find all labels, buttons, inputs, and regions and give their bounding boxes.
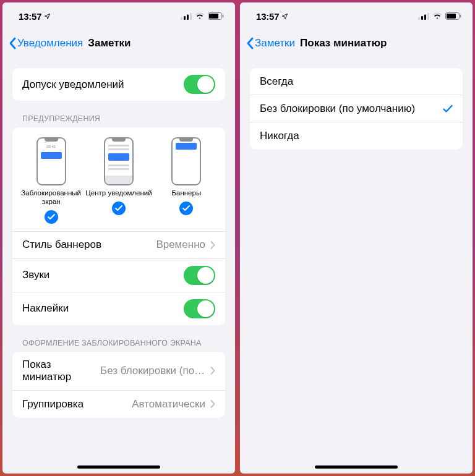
check-icon	[48, 214, 55, 220]
option-unlocked[interactable]: Без блокировки (по умолчанию)	[250, 95, 463, 122]
badges-label: Наклейки	[22, 302, 184, 315]
banners-illustration	[171, 137, 201, 185]
battery-icon	[445, 12, 461, 20]
allow-notifications-row[interactable]: Допуск уведомлений	[12, 68, 225, 101]
sounds-label: Звуки	[22, 269, 184, 281]
notification-center-illustration	[104, 137, 134, 185]
option-always-label: Всегда	[260, 75, 453, 88]
home-indicator[interactable]	[315, 465, 398, 469]
lock-card: Показ миниатюр Без блокировки (по ум… Гр…	[12, 352, 225, 418]
option-unlocked-label: Без блокировки (по умолчанию)	[260, 103, 443, 115]
status-bar: 13:57	[240, 2, 473, 30]
banner-style-row[interactable]: Стиль баннеров Временно	[12, 232, 225, 259]
back-button[interactable]: Уведомления	[9, 37, 83, 49]
badges-row[interactable]: Наклейки	[12, 292, 225, 325]
banner-style-label: Стиль баннеров	[22, 239, 156, 251]
back-button[interactable]: Заметки	[246, 37, 295, 49]
lock-screen-illustration: 09:41	[36, 137, 66, 185]
svg-rect-6	[223, 15, 224, 18]
alerts-row: 09:41 Заблокированный экран	[12, 127, 225, 232]
chevron-right-icon	[210, 367, 215, 375]
signal-icon	[418, 13, 429, 20]
chevron-right-icon	[210, 400, 215, 408]
show-previews-row[interactable]: Показ миниатюр Без блокировки (по ум…	[12, 352, 225, 391]
show-previews-label: Показ миниатюр	[22, 359, 100, 383]
svg-rect-10	[427, 13, 429, 20]
svg-rect-2	[187, 14, 189, 20]
option-always[interactable]: Всегда	[250, 68, 463, 95]
battery-icon	[208, 12, 224, 20]
grouping-value: Автоматически	[132, 398, 205, 410]
grouping-label: Группировка	[22, 398, 132, 410]
location-icon	[281, 13, 288, 20]
time-text: 13:57	[19, 11, 41, 22]
svg-rect-13	[460, 15, 461, 18]
chevron-right-icon	[210, 241, 215, 249]
option-never[interactable]: Никогда	[250, 122, 463, 150]
grouping-row[interactable]: Группировка Автоматически	[12, 391, 225, 418]
check-icon	[115, 205, 122, 211]
alert-center-option[interactable]: Центр уведомлений	[85, 137, 152, 224]
allow-toggle[interactable]	[184, 75, 215, 94]
alert-center-caption: Центр уведомлений	[85, 189, 152, 198]
options-card: Всегда Без блокировки (по умолчанию) Ник…	[250, 68, 463, 150]
phone-right: 13:57 Заметки Показ миниатюр Всегда Без …	[240, 2, 473, 474]
page-title: Показ миниатюр	[300, 37, 387, 49]
alert-lock-caption: Заблокированный экран	[18, 189, 85, 206]
content-right: Всегда Без блокировки (по умолчанию) Ник…	[240, 57, 473, 474]
location-icon	[44, 13, 51, 20]
back-label: Уведомления	[17, 37, 83, 49]
alert-lock-check	[45, 210, 58, 224]
content-left: Допуск уведомлений ПРЕДУПРЕЖДЕНИЯ 09:41 …	[2, 57, 235, 474]
show-previews-value: Без блокировки (по ум…	[100, 365, 205, 377]
chevron-left-icon	[9, 37, 16, 49]
allow-label: Допуск уведомлений	[22, 79, 184, 91]
check-icon	[182, 205, 190, 211]
alert-banners-caption: Баннеры	[171, 189, 201, 198]
status-time: 13:57	[256, 11, 288, 22]
svg-rect-12	[447, 14, 456, 19]
svg-rect-8	[421, 16, 423, 20]
alert-banners-option[interactable]: Баннеры	[153, 137, 220, 224]
wifi-icon	[195, 12, 205, 20]
svg-rect-7	[418, 17, 420, 20]
page-title: Заметки	[88, 37, 131, 49]
svg-rect-5	[209, 14, 218, 19]
svg-rect-3	[190, 13, 192, 20]
signal-icon	[181, 13, 192, 20]
alerts-header: ПРЕДУПРЕЖДЕНИЯ	[12, 101, 225, 127]
status-bar: 13:57	[2, 2, 235, 30]
alerts-card: 09:41 Заблокированный экран	[12, 127, 225, 325]
allow-card: Допуск уведомлений	[12, 68, 225, 101]
svg-rect-0	[181, 17, 182, 20]
sounds-toggle[interactable]	[184, 266, 215, 285]
nav-bar: Заметки Показ миниатюр	[240, 30, 473, 57]
banner-style-value: Временно	[156, 239, 205, 251]
chevron-left-icon	[246, 37, 254, 49]
status-icons	[418, 12, 461, 20]
alert-center-check	[112, 202, 126, 215]
svg-rect-1	[184, 16, 186, 20]
nav-bar: Уведомления Заметки	[2, 30, 235, 57]
status-icons	[181, 12, 224, 20]
phone-left: 13:57 Уведомления Заметки Допуск уведомл…	[2, 2, 235, 474]
wifi-icon	[432, 12, 442, 20]
badges-toggle[interactable]	[184, 299, 215, 318]
option-never-label: Никогда	[260, 130, 453, 142]
alert-banners-check	[179, 202, 193, 215]
sounds-row[interactable]: Звуки	[12, 259, 225, 292]
checkmark-icon	[443, 104, 453, 113]
back-label: Заметки	[255, 37, 295, 49]
time-text: 13:57	[256, 11, 279, 22]
home-indicator[interactable]	[77, 465, 160, 469]
status-time: 13:57	[19, 11, 51, 22]
alert-lock-option[interactable]: 09:41 Заблокированный экран	[18, 137, 85, 224]
svg-rect-9	[424, 14, 426, 20]
lock-section-header: ОФОРМЛЕНИЕ ЗАБЛОКИРОВАННОГО ЭКРАНА	[12, 325, 225, 352]
